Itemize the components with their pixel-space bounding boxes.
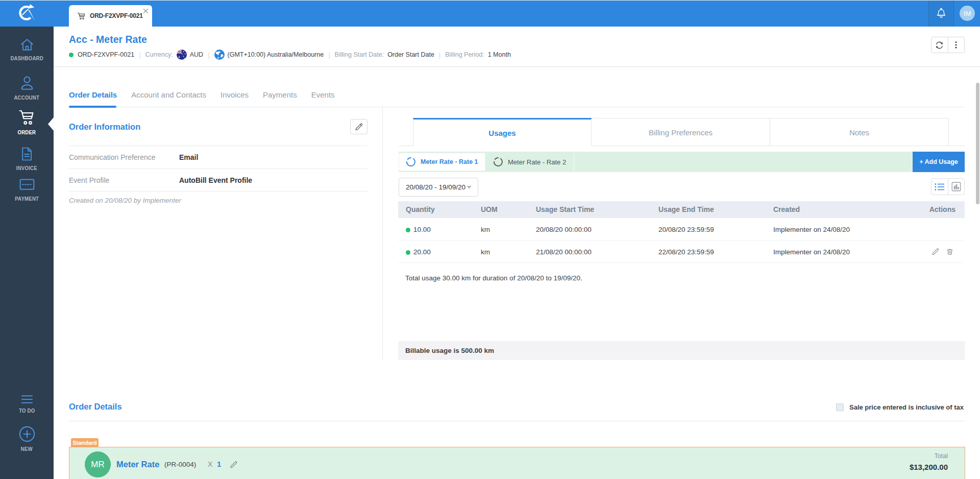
product-code: (PR-0004): [164, 461, 196, 468]
cell-usage-end: 20/08/20 23:59:59: [658, 226, 714, 233]
row-status-dot: [406, 228, 410, 232]
sidebar-item-payment[interactable]: PAYMENT: [0, 176, 54, 202]
payment-icon: [19, 176, 35, 193]
more-options-button[interactable]: [948, 37, 965, 53]
list-view-button[interactable]: [932, 179, 948, 195]
tab-invoices[interactable]: Invoices: [220, 90, 249, 99]
meta-separator: |: [139, 51, 140, 59]
sidebar-navigation: DASHBOARD ACCOUNT ORDER INVOICE PAYMENT: [0, 27, 54, 479]
sidebar-label-payment: PAYMENT: [15, 196, 39, 202]
tab-notes[interactable]: Notes: [770, 118, 949, 146]
cart-icon: [18, 109, 36, 126]
product-total-label: Total: [935, 452, 948, 460]
sidebar-item-invoice[interactable]: INVOICE: [0, 146, 54, 171]
list-view-icon: [935, 182, 945, 191]
globe-icon: [214, 50, 225, 60]
chevron-down-icon: [467, 186, 472, 189]
product-initials: MR: [91, 460, 104, 470]
sidebar-label-account: ACCOUNT: [14, 94, 40, 101]
cell-usage-start: 20/08/20 00:00:00: [536, 226, 592, 233]
billable-usage-text: Billable usage is 500.00 km: [405, 347, 494, 354]
tab-usages[interactable]: Usages: [413, 118, 592, 146]
home-icon: [19, 37, 35, 52]
order-id: ORD-F2XVPF-0021: [78, 51, 134, 58]
cell-quantity: 20.00: [413, 248, 431, 256]
open-order-tab[interactable]: ORD-F2XVPF-0021: [69, 5, 152, 27]
meta-separator: |: [208, 51, 209, 59]
rate-tab-label: Meter Rate - Rate 2: [508, 158, 566, 166]
sidebar-label-todo: TO DO: [19, 408, 35, 414]
timezone-value: (GMT+10:00) Australia/Melbourne: [228, 51, 324, 58]
view-toggle-group: [931, 178, 965, 195]
trash-icon[interactable]: [946, 248, 954, 256]
sidebar-label-invoice: INVOICE: [16, 165, 37, 171]
user-initials: IM: [964, 10, 971, 17]
invoice-icon: [19, 146, 35, 162]
order-details-title: Order Details: [69, 402, 122, 412]
refresh-button[interactable]: [932, 37, 948, 53]
cell-uom: km: [481, 248, 490, 256]
column-uom: UOM: [481, 205, 498, 213]
sidebar-item-todo[interactable]: TO DO: [0, 394, 54, 414]
date-range-dropdown[interactable]: 20/08/20 - 19/09/20: [399, 178, 478, 197]
billing-start-label: Billing Start Date:: [335, 51, 384, 58]
active-item-notch: [48, 117, 54, 131]
pencil-icon: [355, 123, 363, 131]
bell-icon: [935, 7, 947, 19]
page-title: Acc - Meter Rate: [69, 34, 147, 45]
chart-view-button[interactable]: [948, 179, 965, 195]
tab-payments[interactable]: Payments: [263, 90, 297, 99]
column-usage-end-time: Usage End Time: [658, 205, 714, 213]
plus-circle-icon: [18, 425, 36, 443]
brand-logo-icon: [16, 3, 38, 24]
billable-usage-footer: Billable usage is 500.00 km: [398, 341, 965, 360]
row-status-dot: [406, 250, 410, 255]
sidebar-item-new[interactable]: NEW: [0, 425, 54, 452]
billing-period-value: 1 Month: [488, 51, 511, 58]
pencil-icon: [230, 461, 238, 469]
edit-order-information-button[interactable]: [350, 119, 368, 134]
pencil-icon[interactable]: [932, 248, 940, 256]
tab-order-details[interactable]: Order Details: [69, 90, 117, 99]
rate-tab-meter-rate-2[interactable]: Meter Rate - Rate 2: [486, 153, 574, 171]
app-logo-block[interactable]: [0, 0, 54, 27]
product-name-link[interactable]: Meter Rate: [116, 460, 159, 469]
tab-events[interactable]: Events: [311, 90, 335, 99]
close-tab-icon[interactable]: [141, 7, 150, 15]
meta-separator: |: [328, 51, 330, 59]
product-quantity: 1: [217, 460, 221, 468]
active-tab-underline: [69, 106, 116, 108]
billing-start-value: Order Start Date: [387, 51, 434, 58]
notifications-button[interactable]: [928, 0, 954, 27]
column-quantity: Quantity: [406, 205, 435, 213]
scrollbar-thumb[interactable]: [976, 83, 979, 204]
usage-table-header: Quantity UOM Usage Start Time Usage End …: [398, 201, 965, 218]
tax-inclusive-checkbox[interactable]: [836, 403, 844, 411]
order-details-divider: [69, 421, 965, 421]
header-actions-group: [931, 37, 965, 53]
cell-usage-end: 22/08/20 23:59:59: [658, 248, 714, 256]
header-divider: [54, 66, 980, 67]
sidebar-item-account[interactable]: ACCOUNT: [0, 75, 54, 101]
tab-account-and-contacts[interactable]: Account and Contacts: [131, 90, 206, 99]
date-range-value: 20/08/20 - 19/09/20: [406, 183, 465, 191]
window-top-edge: [0, 0, 980, 1]
row-actions: [932, 248, 954, 256]
cell-created: Implementer on 24/08/20: [773, 248, 850, 256]
rate-tabs-bar: Meter Rate - Rate 1 Meter Rate - Rate 2 …: [399, 152, 965, 172]
order-meta-row: ORD-F2XVPF-0021 | Currency: AUD |: [69, 50, 511, 60]
info-label: Event Profile: [69, 176, 179, 184]
todo-icon: [20, 394, 34, 404]
cell-quantity: 10.00: [413, 226, 431, 233]
sidebar-item-order[interactable]: ORDER: [0, 109, 54, 135]
add-usage-button[interactable]: + Add Usage: [913, 152, 965, 172]
usage-panel-tabs: Usages Billing Preferences Notes: [399, 118, 965, 146]
cell-created: Implementer on 24/08/20: [773, 226, 850, 233]
rate-tab-meter-rate-1[interactable]: Meter Rate - Rate 1: [399, 153, 485, 171]
user-avatar[interactable]: IM: [960, 6, 975, 21]
sidebar-item-dashboard[interactable]: DASHBOARD: [0, 37, 54, 61]
edit-quantity-button[interactable]: [230, 461, 238, 469]
tabs-underline-track: [69, 107, 965, 107]
info-label: Communication Preference: [69, 153, 179, 161]
tab-billing-preferences[interactable]: Billing Preferences: [592, 118, 770, 146]
